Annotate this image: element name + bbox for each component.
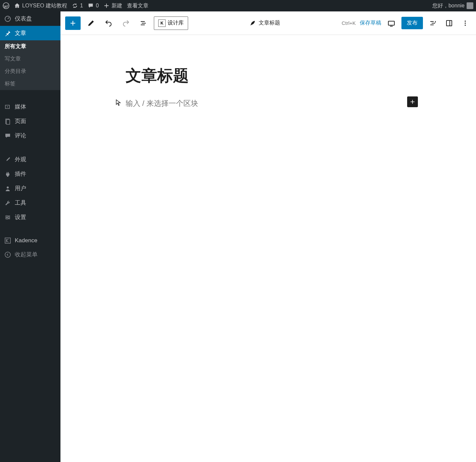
sidebar-item-collapse[interactable]: 收起菜单 xyxy=(0,247,60,262)
svg-rect-17 xyxy=(388,21,394,25)
home-icon xyxy=(14,3,20,9)
kadence-panel-icon xyxy=(429,19,437,27)
feather-icon xyxy=(249,20,256,27)
users-label: 用户 xyxy=(15,184,26,192)
redo-button[interactable] xyxy=(119,16,133,30)
svg-rect-4 xyxy=(6,120,10,124)
inline-inserter-button[interactable] xyxy=(407,96,418,107)
submenu-new-post[interactable]: 写文章 xyxy=(0,53,60,65)
wordpress-icon xyxy=(3,2,9,9)
media-label: 媒体 xyxy=(15,103,26,111)
empty-paragraph-block[interactable]: 输入 / 来选择一个区块 xyxy=(112,98,425,109)
user-icon xyxy=(4,185,11,192)
admin-bar: LOYSEO 建站教程 1 0 新建 查看文章 您好，bonnie xyxy=(0,0,476,11)
panel-icon xyxy=(445,19,453,27)
more-options-button[interactable] xyxy=(459,17,471,29)
dashboard-icon xyxy=(4,15,11,22)
plus-icon xyxy=(69,19,77,27)
kadence-settings-button[interactable] xyxy=(427,17,439,29)
sidebar-item-comments[interactable]: 评论 xyxy=(0,128,60,143)
post-title[interactable]: 文章标题 xyxy=(112,65,425,86)
design-library-button[interactable]: K 设计库 xyxy=(154,16,188,30)
undo-icon xyxy=(104,19,113,27)
editor-toolbar: K 设计库 文章标题 Ctrl+K 保存草稿 发布 xyxy=(60,11,476,35)
plug-icon xyxy=(4,171,11,177)
device-icon xyxy=(387,19,395,27)
block-inserter-button[interactable] xyxy=(65,16,81,30)
list-icon xyxy=(139,19,147,27)
plus-icon xyxy=(409,98,416,105)
svg-point-23 xyxy=(465,20,466,22)
svg-point-13 xyxy=(5,252,10,257)
svg-rect-14 xyxy=(141,21,145,22)
sidebar-separator xyxy=(0,143,60,152)
kadence-label: Kadence xyxy=(15,237,37,244)
wrench-icon xyxy=(4,200,11,206)
publish-button[interactable]: 发布 xyxy=(401,17,423,29)
svg-point-10 xyxy=(8,217,9,218)
cursor-icon xyxy=(116,99,121,107)
admin-bar-right[interactable]: 您好，bonnie xyxy=(432,2,473,9)
svg-rect-21 xyxy=(446,20,452,26)
save-draft-button[interactable]: 保存草稿 xyxy=(360,19,381,27)
editor-canvas[interactable]: 文章标题 输入 / 来选择一个区块 xyxy=(60,35,476,109)
kadence-k-icon: K xyxy=(158,19,166,27)
comments-link[interactable]: 0 xyxy=(88,3,99,9)
submenu-categories[interactable]: 分类目录 xyxy=(0,65,60,78)
svg-rect-15 xyxy=(142,23,146,24)
undo-button[interactable] xyxy=(101,16,116,30)
toolbar-right: Ctrl+K 保存草稿 发布 xyxy=(342,17,471,29)
preview-button[interactable] xyxy=(385,17,397,29)
pin-icon xyxy=(4,30,11,37)
sidebar-item-users[interactable]: 用户 xyxy=(0,181,60,196)
svg-rect-20 xyxy=(430,25,434,25)
sidebar-separator xyxy=(0,224,60,234)
submenu-tags[interactable]: 标签 xyxy=(0,78,60,90)
document-overview-button[interactable] xyxy=(136,16,150,30)
more-vertical-icon xyxy=(461,19,469,27)
tools-button[interactable] xyxy=(84,16,98,30)
settings-label: 设置 xyxy=(15,213,26,221)
site-name-link[interactable]: LOYSEO 建站教程 xyxy=(14,2,67,9)
redo-icon xyxy=(122,19,130,27)
wordpress-logo[interactable] xyxy=(3,2,9,9)
tools-label: 工具 xyxy=(15,199,26,207)
settings-panel-button[interactable] xyxy=(443,17,455,29)
new-content-link[interactable]: 新建 xyxy=(103,2,122,9)
pages-label: 页面 xyxy=(15,117,26,125)
view-post-label: 查看文章 xyxy=(127,2,148,9)
refresh-icon xyxy=(72,3,78,9)
pages-icon xyxy=(4,118,11,125)
sidebar-item-pages[interactable]: 页面 xyxy=(0,114,60,128)
admin-bar-left: LOYSEO 建站教程 1 0 新建 查看文章 xyxy=(3,2,148,9)
view-post-link[interactable]: 查看文章 xyxy=(127,2,148,9)
greeting-text: 您好，bonnie xyxy=(432,2,465,9)
design-library-label: 设计库 xyxy=(168,19,184,27)
posts-label: 文章 xyxy=(15,29,26,37)
svg-point-9 xyxy=(6,215,7,217)
sidebar-item-plugins[interactable]: 插件 xyxy=(0,167,60,181)
shortcut-label: Ctrl+K xyxy=(342,20,356,26)
site-name-text: LOYSEO 建站教程 xyxy=(22,2,67,9)
sidebar-item-posts[interactable]: 文章 xyxy=(0,26,60,40)
svg-rect-16 xyxy=(141,25,145,25)
comment-icon xyxy=(88,3,94,9)
svg-point-5 xyxy=(7,186,9,188)
kadence-icon xyxy=(4,237,11,244)
sidebar-item-dashboard[interactable]: 仪表盘 xyxy=(0,11,60,26)
collapse-icon xyxy=(4,251,11,258)
submenu-all-posts[interactable]: 所有文章 xyxy=(0,40,60,53)
sidebar-item-settings[interactable]: 设置 xyxy=(0,210,60,224)
comments-label: 评论 xyxy=(15,132,26,139)
sidebar-item-kadence[interactable]: Kadence xyxy=(0,234,60,247)
sidebar-item-media[interactable]: 媒体 xyxy=(0,99,60,114)
sidebar-item-appearance[interactable]: 外观 xyxy=(0,152,60,167)
sidebar-item-tools[interactable]: 工具 xyxy=(0,196,60,210)
svg-rect-18 xyxy=(430,21,434,22)
collapse-label: 收起菜单 xyxy=(15,251,38,258)
updates-link[interactable]: 1 xyxy=(72,3,83,9)
avatar xyxy=(467,2,473,9)
block-editor: K 设计库 文章标题 Ctrl+K 保存草稿 发布 文章 xyxy=(60,11,476,462)
canvas-inner: 文章标题 输入 / 来选择一个区块 xyxy=(92,65,445,109)
toolbar-center[interactable]: 文章标题 xyxy=(191,19,338,27)
